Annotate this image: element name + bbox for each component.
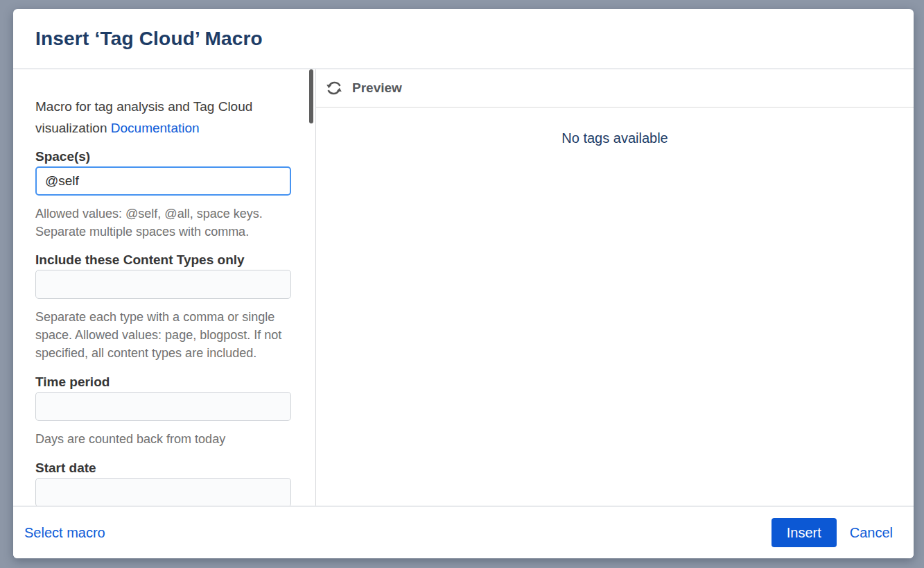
scrollbar-thumb[interactable] (309, 69, 313, 123)
macro-description: Macro for tag analysis and Tag Cloud vis… (35, 96, 290, 139)
field-start-date: Start date (35, 461, 290, 506)
cancel-link[interactable]: Cancel (850, 525, 893, 541)
preview-header: Preview (316, 69, 914, 107)
preview-title: Preview (352, 80, 402, 96)
macro-params-form: Macro for tag analysis and Tag Cloud vis… (13, 69, 315, 506)
macro-params-panel: Macro for tag analysis and Tag Cloud vis… (13, 69, 316, 506)
time-period-help: Days are counted back from today (35, 430, 290, 448)
insert-button[interactable]: Insert (772, 518, 837, 547)
spaces-label: Space(s) (35, 149, 290, 164)
dialog-footer: Select macro Insert Cancel (13, 506, 914, 558)
refresh-icon[interactable] (325, 79, 343, 97)
documentation-link[interactable]: Documentation (111, 121, 200, 135)
field-spaces: Space(s) Allowed values: @self, @all, sp… (35, 149, 290, 241)
spaces-input[interactable] (35, 166, 291, 196)
spaces-help: Allowed values: @self, @all, space keys.… (35, 205, 290, 241)
insert-macro-dialog: Insert ‘Tag Cloud’ Macro Macro for tag a… (13, 9, 914, 558)
field-time-period: Time period Days are counted back from t… (35, 375, 290, 448)
field-content-types: Include these Content Types only Separat… (35, 252, 290, 362)
dialog-title: Insert ‘Tag Cloud’ Macro (35, 28, 263, 50)
time-period-input[interactable] (35, 392, 291, 421)
dialog-header: Insert ‘Tag Cloud’ Macro (13, 9, 914, 69)
preview-content: No tags available (316, 107, 914, 506)
start-date-label: Start date (35, 461, 290, 476)
content-types-label: Include these Content Types only (35, 252, 290, 268)
content-types-help: Separate each type with a comma or singl… (35, 308, 290, 362)
content-types-input[interactable] (35, 270, 291, 299)
dialog-body: Macro for tag analysis and Tag Cloud vis… (13, 69, 914, 506)
time-period-label: Time period (35, 375, 290, 390)
start-date-input[interactable] (35, 478, 291, 506)
preview-empty-message: No tags available (316, 130, 914, 146)
preview-panel: Preview No tags available (316, 69, 914, 506)
select-macro-link[interactable]: Select macro (24, 525, 105, 541)
